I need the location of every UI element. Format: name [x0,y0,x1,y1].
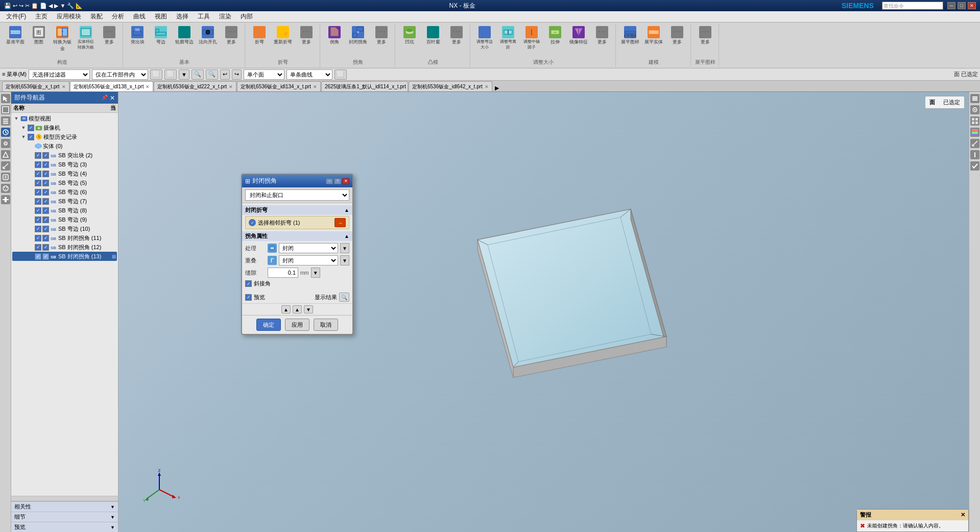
expand-camera[interactable]: ▼ [20,125,27,130]
right-icon-layers[interactable] [970,94,979,103]
tree-row-model-view[interactable]: ▼ 模型视图 [12,114,117,123]
filter-btn-3[interactable]: ▼ [179,69,189,80]
dialog-close-btn[interactable]: ✕ [342,178,349,184]
tool-resize-bend[interactable]: 调整弯边大小 [473,25,496,44]
check-sb-bend4-1[interactable] [35,171,41,177]
tree-row-sb-bend9[interactable]: SB SB 弯边 (9) [12,215,117,224]
check-sb-bend3-2[interactable] [42,161,49,168]
check-sb-bend7-1[interactable] [35,198,41,205]
selection-action-btn[interactable] [334,218,346,227]
tab-5[interactable]: 定制机6536钣金_idl642_x_t.prt ✕ [409,81,492,91]
menu-file[interactable]: 文件(F) [2,11,30,22]
tab-4[interactable]: 2625玻璃压条1_默认_idl114_x_t.prt ✕ [321,81,408,91]
section-corner-attrs-header[interactable]: 拐角属性 ▲ [242,231,352,241]
tree-row-sb-bend8[interactable]: SB SB 弯边 (8) [12,206,117,215]
filter-btn-2[interactable]: ⬜ [164,69,177,80]
left-icon-geometry[interactable] [1,150,10,159]
tab-3[interactable]: 定制机6536钣金_idl134_x_t.prt ✕ [237,81,321,91]
menu-home[interactable]: 主页 [31,11,52,22]
left-icon-history[interactable] [1,128,10,137]
tool-extrude[interactable]: 突出块 [126,25,149,44]
check-camera[interactable] [28,125,34,131]
navigator-pin-icon[interactable]: 📌 [102,94,108,102]
tree-row-solid[interactable]: 实体 (0) [12,141,117,151]
tool-louver[interactable]: 百叶窗 [422,25,444,44]
filter-btn-1[interactable]: ⬜ [150,69,162,80]
check-sb-bend8-1[interactable] [35,207,41,214]
warning-close-btn[interactable]: ✕ [961,512,965,518]
check-sb-bend5-1[interactable] [35,180,41,186]
tool-resize-neutral[interactable]: 调整中轴因子 [520,25,543,44]
treatment-select[interactable]: 封闭 [279,243,338,253]
check-sb-corner11-2[interactable] [42,235,49,241]
right-icon-palette[interactable] [970,128,979,137]
filter-selector[interactable]: 无选择过滤器 [29,69,90,80]
cancel-button[interactable]: 取消 [314,319,338,331]
expand-history[interactable]: ▼ [20,134,27,139]
chamfer-checkbox[interactable] [245,280,252,287]
check-sb-corner13-2[interactable] [42,253,49,260]
tab-1[interactable]: 定制机6536钣金_idl138_x_t.prt ✕ [70,81,154,91]
dialog-help-btn[interactable]: ? [334,178,341,184]
tool-mirror[interactable]: 镜像特征 [567,25,590,44]
left-icon-layers[interactable] [1,116,10,126]
check-sb-bend9-1[interactable] [35,216,41,223]
check-sb-corner13-1[interactable] [35,253,41,260]
menu-internal[interactable]: 内部 [236,11,257,22]
tool-flange[interactable]: 弯边 [150,25,172,44]
right-icon-measure[interactable] [970,139,979,148]
tool-more-punch[interactable]: ⋯ 更多 [445,25,468,44]
tool-sketch[interactable]: 图 图图 [28,25,50,44]
maximize-button[interactable]: □ [958,2,966,9]
check-sb-bend4-2[interactable] [42,171,49,177]
tool-rebend[interactable]: ↺ 重新折弯 [272,25,294,44]
tree-row-sb-corner12[interactable]: SB SB 封闭拐角 (12) [12,243,117,252]
tool-chamfer[interactable]: 倒角 [323,25,346,44]
menu-view[interactable]: 视图 [151,11,171,22]
tree-row-sb-bend10[interactable]: SB SB 弯边 (10) [12,224,117,233]
tab-close-2[interactable]: ✕ [229,84,233,89]
tree-row-camera[interactable]: ▼ 摄像机 [12,123,117,132]
tree-row-sb-bend6[interactable]: SB SB 弯边 (6) [12,187,117,197]
tree-row-sb-bend3[interactable]: SB SB 弯边 (3) [12,160,117,169]
tool-more-corner[interactable]: ⋯ 更多 [370,25,393,44]
check-history[interactable] [28,134,34,140]
search-box[interactable]: 查找命令 [882,2,943,10]
nav-section-related[interactable]: 相关性 ▼ [11,501,118,512]
tool-more-flat[interactable]: ⋯ 更多 [694,25,716,44]
dialog-type-select[interactable]: 封闭和止裂口 [245,189,349,201]
menu-select[interactable]: 选择 [172,11,193,22]
gap-dropdown-btn[interactable]: ▼ [311,268,320,278]
tool-more-model[interactable]: ⋯ 更多 [666,25,688,44]
tool-flatten-solid[interactable]: 展平实体 [642,25,665,44]
tool-resize-fold[interactable]: 调整弯离距 [497,25,519,44]
check-sb-extrude[interactable] [35,152,41,159]
tab-close-3[interactable]: ✕ [313,84,317,89]
tab-0[interactable]: 定制机6536钣金_x_t.prt ✕ [2,81,69,91]
left-icon-settings[interactable] [1,139,10,148]
menu-render[interactable]: 渲染 [215,11,235,22]
left-icon-palette[interactable] [1,184,10,193]
check-sb-bend3-1[interactable] [35,161,41,168]
tree-row-sb-bend7[interactable]: SB SB 弯边 (7) [12,197,117,206]
confirm-button[interactable]: 确定 [256,319,281,331]
expand-model-view[interactable]: ▼ [13,116,19,121]
tool-solid-convert[interactable]: 实体特征转换为板 [75,25,97,44]
nav-section-preview[interactable]: 预览 ▼ [11,522,118,532]
tool-dimple[interactable]: 凹坑 [398,25,421,44]
tree-row-sb-bend4[interactable]: SB SB 弯边 (4) [12,169,117,178]
tree-row-sb-corner11[interactable]: SB SB 封闭拐角 (11) [12,233,117,243]
tree-row-sb-corner13[interactable]: SB SB 封闭拐角 (13) ⊞ [12,252,117,261]
right-icon-check[interactable] [970,161,979,171]
tab-close-1[interactable]: ✕ [146,84,150,89]
menu-toggle-label[interactable]: ≡ 菜单(M) [2,70,27,78]
tab-close-0[interactable]: ✕ [62,84,66,89]
check-sb-corner12-2[interactable] [42,244,49,251]
left-icon-select[interactable] [1,94,10,103]
menu-analysis[interactable]: 分析 [108,11,128,22]
scope-selector[interactable]: 仅在工作部件内 [92,69,148,80]
tool-bend[interactable]: 折弯 [248,25,271,44]
tool-more-construct[interactable]: ⋯ 更多 [98,25,121,44]
tool-flatten[interactable]: 展平图样 展平图样 [619,25,641,44]
check-sb-bend5-2[interactable] [42,180,49,186]
